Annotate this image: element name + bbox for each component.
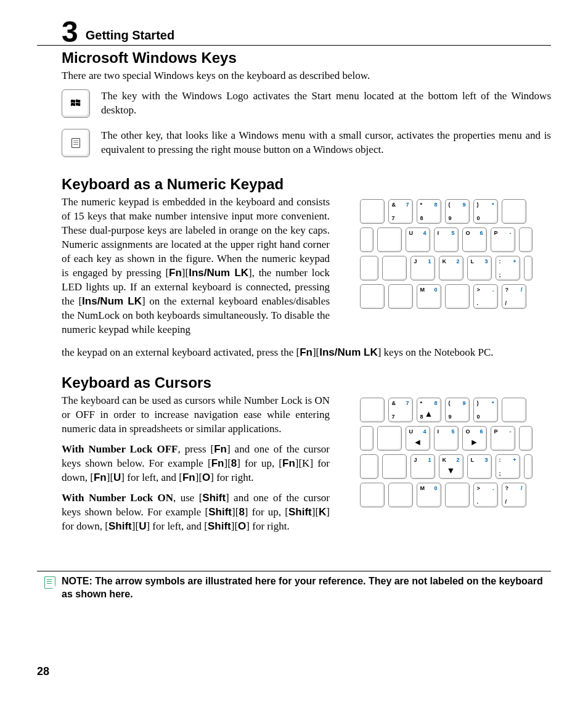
keypad-diagram-2: &77 *88▲ (99 )*0 U4◄ I5 O6► P- — [360, 398, 533, 507]
windows-flag-icon — [70, 98, 81, 109]
arrow-up-icon: ▲ — [425, 409, 433, 419]
menu-glyph-icon — [71, 138, 80, 148]
section-cursors: The keyboard can be used as cursors whil… — [37, 394, 551, 539]
heading-windows-keys: Microsoft Windows Keys — [37, 49, 551, 67]
windows-logo-description: The key with the Windows Logo activates … — [101, 89, 551, 118]
chapter-number: 3 — [37, 18, 86, 45]
keypad-diagram-1: &77 *88 (99 )*0 U4 I5 O6 P- — [360, 199, 533, 309]
figure-numpad: &77 *88 (99 )*0 U4 I5 O6 P- — [341, 195, 551, 343]
heading-cursors: Keyboard as Cursors — [37, 374, 551, 391]
cursor-numoff: With Number Lock OFF, press [Fn] and one… — [62, 443, 330, 485]
windows-menu-description: The other key, that looks like a Windows… — [101, 129, 551, 157]
figure-cursors: &77 *88▲ (99 )*0 U4◄ I5 O6► P- — [341, 394, 551, 539]
arrow-right-icon: ► — [470, 437, 479, 447]
section-numeric-keypad: The numeric keypad is embedded in the ke… — [37, 195, 551, 343]
heading-numeric-keypad: Keyboard as a Numeric Keypad — [37, 176, 551, 193]
page-number: 28 — [37, 665, 49, 678]
chapter-title: Getting Started — [86, 28, 174, 45]
chapter-header: 3 Getting Started — [37, 18, 551, 46]
arrow-down-icon: ▼ — [447, 465, 455, 475]
cursor-numon: With Number Lock ON, use [Shift] and one… — [62, 491, 330, 534]
windows-menu-key-icon — [62, 129, 90, 157]
intro-windows-keys: There are two special Windows keys on th… — [37, 69, 551, 83]
row-windows-menu: The other key, that looks like a Windows… — [37, 129, 551, 157]
numpad-paragraph: The numeric keypad is embedded in the ke… — [62, 195, 330, 337]
arrow-left-icon: ◄ — [414, 437, 422, 447]
cursor-intro: The keyboard can be used as cursors whil… — [62, 394, 330, 436]
note-block: NOTE: The arrow symbols are illustrated … — [37, 571, 551, 601]
note-icon — [44, 576, 55, 589]
numpad-continuation: the keypad on an external keyboard activ… — [37, 346, 551, 360]
row-windows-logo: The key with the Windows Logo activates … — [37, 89, 551, 118]
windows-logo-key-icon — [62, 89, 90, 118]
note-text: NOTE: The arrow symbols are illustrated … — [62, 575, 551, 601]
